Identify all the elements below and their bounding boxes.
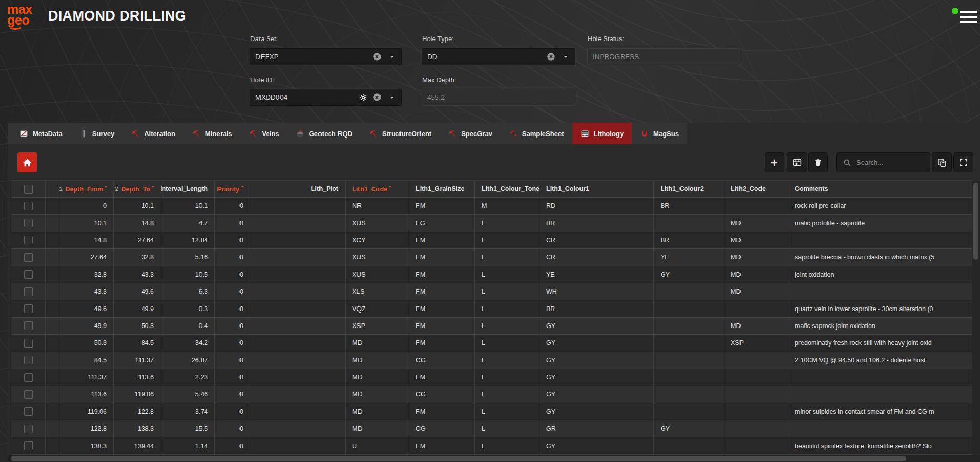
cell-interval-length[interactable]: 15.5 (161, 420, 215, 437)
cell-lith-plot[interactable] (250, 266, 346, 283)
cell-lith1-colour-tone[interactable]: L (475, 386, 539, 402)
cell-lith1-code[interactable]: MD (346, 403, 409, 420)
fullscreen-button[interactable] (954, 153, 973, 172)
cell-depth-from[interactable]: 10.1 (59, 215, 114, 231)
cell-lith1-grainsize[interactable]: FG (409, 215, 475, 231)
cell-comments[interactable]: beautiful spinifex texture: komatitie xe… (788, 437, 972, 454)
row-select-cell[interactable] (11, 283, 46, 300)
hole-id-combobox[interactable]: MXDD004 (250, 89, 401, 105)
cell-lith1-code[interactable]: MD (346, 386, 409, 402)
cell-lith-plot[interactable] (250, 232, 346, 248)
cell-lith2-code[interactable]: MD (724, 215, 788, 231)
column-chooser-button[interactable] (932, 153, 951, 172)
cell-lith2-code[interactable]: MD (724, 249, 788, 265)
column-header-interval-length[interactable]: Interval_Length (161, 181, 215, 197)
cell-comments[interactable] (788, 420, 972, 437)
cell-depth-to[interactable]: 119.06 (114, 386, 161, 402)
cell-depth-from[interactable]: 122.8 (59, 420, 114, 437)
cell-depth-from[interactable]: 49.9 (59, 318, 114, 334)
cell-comments[interactable] (788, 369, 972, 386)
cell-interval-length[interactable]: 26.87 (161, 352, 215, 369)
tab-veins[interactable]: Veins (241, 123, 288, 144)
cell-priority[interactable]: 0 (215, 283, 250, 300)
row-checkbox[interactable] (24, 270, 33, 279)
cell-lith1-grainsize[interactable]: FM (409, 300, 475, 317)
cell-depth-from[interactable]: 111.37 (59, 369, 114, 386)
tab-lithology[interactable]: Lithology (572, 123, 632, 144)
tab-metadata[interactable]: MetaData (11, 123, 71, 144)
cell-lith1-grainsize[interactable]: FM (409, 437, 475, 454)
cell-priority[interactable]: 0 (215, 437, 250, 454)
column-header-depth-from[interactable]: ↑1Depth_From * (59, 181, 114, 197)
row-select-cell[interactable] (11, 318, 46, 334)
cell-depth-to[interactable]: 50.3 (114, 318, 161, 334)
cell-lith1-grainsize[interactable]: FM (409, 335, 475, 351)
cell-interval-length[interactable]: 1.14 (161, 437, 215, 454)
cell-interval-length[interactable]: 12.84 (161, 232, 215, 248)
column-header-comments[interactable]: Comments (788, 181, 972, 197)
cell-comments[interactable] (788, 386, 972, 402)
cell-depth-to[interactable]: 113.6 (114, 369, 161, 386)
cell-lith2-code[interactable]: MD (724, 266, 788, 283)
cell-lith1-colour-tone[interactable]: L (475, 249, 539, 265)
tab-minerals[interactable]: Minerals (184, 123, 241, 144)
cell-lith1-colour-tone[interactable]: L (475, 403, 539, 420)
row-select-cell[interactable] (11, 249, 46, 265)
cell-interval-length[interactable]: 10.5 (161, 266, 215, 283)
gear-icon[interactable] (358, 93, 367, 102)
cell-lith1-code[interactable]: MD (346, 369, 409, 386)
cell-lith1-code[interactable]: XUS (346, 266, 409, 283)
cell-depth-to[interactable]: 138.3 (114, 420, 161, 437)
cell-lith1-colour1[interactable]: GY (539, 352, 654, 369)
cell-lith-plot[interactable] (250, 300, 346, 317)
cell-lith1-grainsize[interactable]: FM (409, 318, 475, 334)
cell-lith1-grainsize[interactable]: FM (409, 266, 475, 283)
cell-depth-from[interactable]: 49.6 (59, 300, 114, 317)
cell-comments[interactable]: quartz vein in lower saprolite - 30cm al… (788, 300, 972, 317)
insert-row-button[interactable] (787, 153, 807, 172)
cell-depth-from[interactable]: 50.3 (59, 335, 114, 351)
cell-priority[interactable]: 0 (215, 403, 250, 420)
cell-interval-length[interactable]: 4.7 (161, 215, 215, 231)
cell-lith-plot[interactable] (250, 198, 346, 214)
cell-lith1-grainsize[interactable]: FM (409, 283, 475, 300)
row-checkbox[interactable] (24, 236, 33, 244)
row-checkbox[interactable] (24, 390, 33, 399)
cell-lith1-colour-tone[interactable]: L (475, 369, 539, 386)
tab-specgrav[interactable]: SpecGrav (439, 123, 501, 144)
cell-interval-length[interactable]: 5.46 (161, 386, 215, 402)
vertical-scrollbar[interactable] (972, 181, 980, 455)
cell-depth-from[interactable]: 119.06 (59, 403, 114, 420)
cell-lith1-colour2[interactable] (654, 300, 724, 317)
cell-lith2-code[interactable] (724, 300, 788, 317)
cell-interval-length[interactable]: 2.23 (161, 369, 215, 386)
cell-lith1-colour1[interactable]: RD (539, 198, 654, 214)
cell-depth-to[interactable]: 32.8 (114, 249, 161, 265)
cell-priority[interactable]: 0 (215, 198, 250, 214)
cell-priority[interactable]: 0 (215, 266, 250, 283)
cell-depth-to[interactable]: 14.8 (114, 215, 161, 231)
tab-magsus[interactable]: MagSus (632, 123, 687, 144)
cell-lith1-colour-tone[interactable]: L (475, 215, 539, 231)
caret-down-icon[interactable] (387, 52, 396, 61)
cell-lith1-colour-tone[interactable]: L (475, 318, 539, 334)
cell-interval-length[interactable]: 0.4 (161, 318, 215, 334)
cell-lith2-code[interactable] (724, 386, 788, 402)
cell-lith1-code[interactable]: MD (346, 352, 409, 369)
tab-geotech-rqd[interactable]: Geotech RQD (288, 123, 361, 144)
cell-lith1-colour1[interactable]: GY (539, 437, 654, 454)
cell-lith1-colour1[interactable]: GY (539, 335, 654, 351)
column-header-lith1-colour1[interactable]: Lith1_Colour1 (539, 181, 654, 197)
cell-comments[interactable]: saprolite breccia - brown clasts in whic… (788, 249, 972, 265)
cell-lith1-code[interactable]: MD (346, 335, 409, 351)
cell-lith-plot[interactable] (250, 249, 346, 265)
column-header-lith-plot[interactable]: Lith_Plot (250, 181, 346, 197)
horizontal-scrollbar[interactable] (8, 455, 980, 462)
cell-lith1-colour2[interactable]: GY (654, 266, 724, 283)
cell-depth-to[interactable]: 139.44 (114, 437, 161, 454)
column-header-lith1-colour-tone[interactable]: Lith1_Colour_Tone (475, 181, 539, 197)
cell-lith1-grainsize[interactable]: FM (409, 403, 475, 420)
cell-lith1-code[interactable]: XUS (346, 215, 409, 231)
cell-lith1-code[interactable]: VQZ (346, 300, 409, 317)
cell-lith1-colour2[interactable] (654, 386, 724, 402)
